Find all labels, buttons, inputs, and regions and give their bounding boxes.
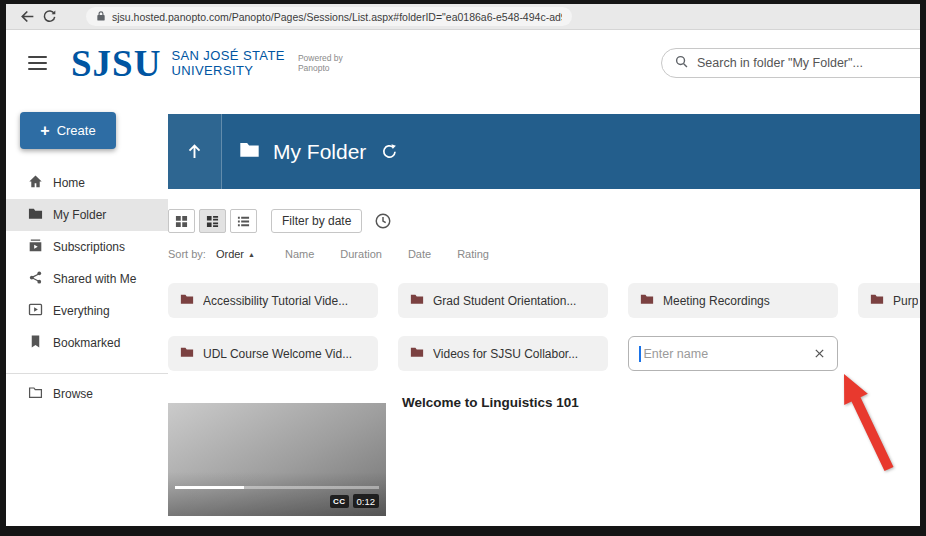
hamburger-menu-icon[interactable] <box>28 52 47 74</box>
sidebar-item-label: Shared with Me <box>53 272 136 286</box>
url-text: sjsu.hosted.panopto.com/Panopto/Pages/Se… <box>112 11 562 23</box>
closed-captions-badge: CC <box>330 495 349 508</box>
sidebar-item-bookmarked[interactable]: Bookmarked <box>6 327 168 359</box>
folder-icon <box>640 292 654 309</box>
sidebar-item-label: Home <box>53 176 85 190</box>
folder-card-name: Videos for SJSU Collabor... <box>433 347 578 361</box>
folder-card[interactable]: UDL Course Welcome Vid... <box>168 336 378 371</box>
sidebar-item-label: Everything <box>53 304 110 318</box>
share-icon <box>28 270 43 288</box>
sidebar-item-label: Subscriptions <box>53 240 125 254</box>
up-arrow-icon <box>185 142 204 161</box>
folder-banner: My Folder <box>168 114 920 189</box>
filter-by-date-button[interactable]: Filter by date <box>271 209 362 233</box>
detail-list-view-icon <box>237 215 250 228</box>
refresh-icon[interactable] <box>381 143 398 160</box>
list-thumbnail-view-button[interactable] <box>199 209 226 233</box>
sidebar-item-browse[interactable]: Browse <box>6 378 168 410</box>
main-content: My Folder Filter by date <box>168 96 920 526</box>
home-icon <box>28 174 43 192</box>
sjsu-wordmark: SJSU <box>71 45 161 82</box>
powered-by-panopto: Powered by Panopto <box>298 53 343 73</box>
folder-grid: Accessibility Tutorial Vide... Grad Stud… <box>168 283 920 371</box>
sort-option-duration[interactable]: Duration <box>340 248 382 260</box>
app-header: SJSU SAN JOSÉ STATE UNIVERSITY Powered b… <box>6 30 920 96</box>
video-thumbnail[interactable]: CC 0:12 <box>168 403 386 516</box>
create-button[interactable]: + Create <box>20 112 116 149</box>
grid-view-icon <box>175 215 188 228</box>
sidebar-item-everything[interactable]: Everything <box>6 295 168 327</box>
sort-option-date[interactable]: Date <box>408 248 431 260</box>
folder-icon <box>870 292 884 309</box>
sort-by-label: Sort by: <box>168 248 206 260</box>
browser-back-icon[interactable] <box>16 7 38 27</box>
sort-option-rating[interactable]: Rating <box>457 248 489 260</box>
sidebar-divider <box>6 373 168 374</box>
video-title[interactable]: Welcome to Linguistics 101 <box>402 395 579 516</box>
folder-card-name: Purp <box>893 294 918 308</box>
create-button-label: Create <box>57 123 96 138</box>
sort-option-order[interactable]: Order ▲ <box>216 248 255 260</box>
sidebar-item-label: Bookmarked <box>53 336 120 350</box>
search-input[interactable] <box>697 56 924 70</box>
sidebar-nav: Home My Folder Subscriptions Shared with… <box>6 167 168 410</box>
folder-icon <box>180 345 194 362</box>
sort-bar: Sort by: Order ▲ Name Duration Date Rati… <box>168 247 920 261</box>
folder-card-name: UDL Course Welcome Vid... <box>203 347 352 361</box>
scheduled-recordings-button[interactable] <box>374 212 392 230</box>
sidebar-item-subscriptions[interactable]: Subscriptions <box>6 231 168 263</box>
address-bar[interactable]: sjsu.hosted.panopto.com/Panopto/Pages/Se… <box>86 7 572 26</box>
folder-card-name: Meeting Recordings <box>663 294 770 308</box>
screenshot-frame: sjsu.hosted.panopto.com/Panopto/Pages/Se… <box>0 0 926 536</box>
folder-card[interactable]: Purp <box>858 283 920 318</box>
subscriptions-icon <box>28 238 43 256</box>
video-duration-badge: 0:12 <box>353 494 380 508</box>
folder-icon <box>28 206 43 224</box>
sidebar: + Create Home My Folder Subscriptions <box>6 96 168 526</box>
detail-list-view-button[interactable] <box>230 209 257 233</box>
video-list-item: CC 0:12 Welcome to Linguistics 101 <box>168 403 920 516</box>
sidebar-item-label: My Folder <box>53 208 106 222</box>
folder-icon <box>410 292 424 309</box>
folder-card-name: Accessibility Tutorial Vide... <box>203 294 348 308</box>
list-thumbnail-view-icon <box>206 215 219 228</box>
banner-folder-icon <box>239 139 260 164</box>
sidebar-item-home[interactable]: Home <box>6 167 168 199</box>
view-toolbar: Filter by date <box>168 209 920 233</box>
app-body: + Create Home My Folder Subscriptions <box>6 96 920 526</box>
parent-folder-button[interactable] <box>168 114 222 189</box>
sidebar-item-my-folder[interactable]: My Folder <box>6 199 168 231</box>
sort-option-name[interactable]: Name <box>285 248 314 260</box>
folder-search-box[interactable] <box>661 48 926 78</box>
video-progress-bar <box>175 486 379 489</box>
folder-card-name: Grad Student Orientation... <box>433 294 576 308</box>
sidebar-item-shared-with-me[interactable]: Shared with Me <box>6 263 168 295</box>
new-folder-name-input[interactable] <box>644 347 810 361</box>
play-screen-icon <box>28 302 43 320</box>
university-name: SAN JOSÉ STATE UNIVERSITY <box>171 48 284 78</box>
lock-icon <box>96 8 106 26</box>
clear-input-icon[interactable] <box>812 346 827 361</box>
bookmark-icon <box>28 334 43 352</box>
video-badges: CC 0:12 <box>330 494 379 508</box>
new-folder-name-field[interactable] <box>628 336 838 371</box>
search-icon <box>674 54 689 73</box>
folder-card[interactable]: Videos for SJSU Collabor... <box>398 336 608 371</box>
text-cursor <box>639 346 641 362</box>
folder-icon <box>410 345 424 362</box>
browser-chrome: sjsu.hosted.panopto.com/Panopto/Pages/Se… <box>6 4 920 30</box>
clock-icon <box>374 212 392 230</box>
sidebar-item-label: Browse <box>53 387 93 401</box>
grid-view-button[interactable] <box>168 209 195 233</box>
sjsu-logo[interactable]: SJSU SAN JOSÉ STATE UNIVERSITY Powered b… <box>71 45 343 82</box>
folder-card[interactable]: Meeting Recordings <box>628 283 838 318</box>
folder-card[interactable]: Accessibility Tutorial Vide... <box>168 283 378 318</box>
folder-icon <box>180 292 194 309</box>
browser-reload-icon[interactable] <box>38 7 60 27</box>
plus-icon: + <box>40 123 49 139</box>
browse-folder-icon <box>28 385 43 403</box>
folder-card[interactable]: Grad Student Orientation... <box>398 283 608 318</box>
folder-title: My Folder <box>273 140 366 164</box>
sort-ascending-icon: ▲ <box>248 251 255 258</box>
